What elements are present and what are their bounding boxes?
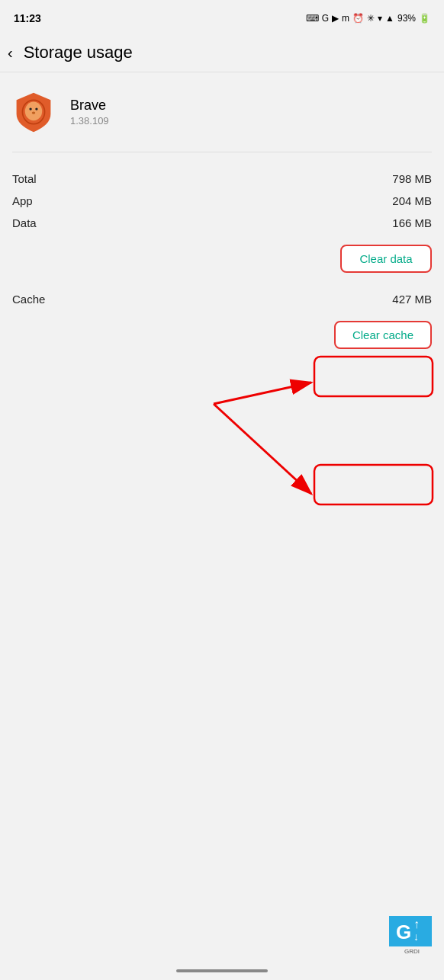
back-button[interactable]: ‹ <box>8 44 13 62</box>
content-area: Brave 1.38.109 Total 798 MB App 204 MB D… <box>0 72 444 349</box>
wifi-icon: ▾ <box>378 13 382 24</box>
app-row: App 204 MB <box>12 190 432 212</box>
cache-row: Cache 427 MB <box>12 288 432 310</box>
google-icon: G <box>322 13 329 24</box>
svg-rect-9 <box>314 465 433 504</box>
watermark-svg: G ↑ ↓ <box>392 918 429 945</box>
clear-data-button[interactable]: Clear data <box>340 245 432 273</box>
app-label: App <box>12 194 33 207</box>
total-row: Total 798 MB <box>12 168 432 190</box>
svg-point-1 <box>29 107 31 110</box>
cache-label: Cache <box>12 293 45 306</box>
app-name: Brave <box>70 98 109 114</box>
battery-icon: 🔋 <box>419 13 430 24</box>
notification-icon: ⏰ <box>352 13 364 24</box>
svg-line-6 <box>214 383 311 404</box>
app-version: 1.38.109 <box>70 115 109 127</box>
clear-cache-button[interactable]: Clear cache <box>334 321 432 349</box>
page-title: Storage usage <box>24 43 133 62</box>
battery-text: 93% <box>397 13 416 24</box>
app-value: 204 MB <box>392 194 432 207</box>
data-row: Data 166 MB <box>12 212 432 234</box>
stats-section: Total 798 MB App 204 MB Data 166 MB Clea… <box>12 152 432 273</box>
watermark-label: GRDI <box>389 948 435 955</box>
total-label: Total <box>12 172 37 185</box>
svg-text:G: G <box>396 921 411 943</box>
keyboard-icon: ⌨ <box>306 13 319 24</box>
top-bar: ‹ Storage usage <box>0 34 444 72</box>
clear-data-row: Clear data <box>12 234 432 273</box>
watermark: G ↑ ↓ GRDI <box>389 916 435 950</box>
svg-point-0 <box>25 102 42 121</box>
svg-point-2 <box>35 107 37 110</box>
data-label: Data <box>12 216 37 229</box>
bluetooth-icon: ✳ <box>367 13 375 24</box>
status-bar: 11:23 ⌨ G ▶ m ⏰ ✳ ▾ ▲ 93% 🔋 <box>0 0 444 34</box>
data-value: 166 MB <box>392 216 432 229</box>
home-indicator[interactable] <box>176 969 268 972</box>
svg-text:↓: ↓ <box>413 930 419 943</box>
app-info-row: Brave 1.38.109 <box>12 72 432 152</box>
svg-line-7 <box>214 404 311 494</box>
total-value: 798 MB <box>392 172 432 185</box>
watermark-box: G ↑ ↓ <box>389 916 432 946</box>
clear-cache-row: Clear cache <box>12 310 432 349</box>
brave-app-icon <box>12 91 55 133</box>
messages-icon: m <box>342 13 349 24</box>
signal-icon: ▲ <box>385 13 394 24</box>
status-time: 11:23 <box>14 12 41 24</box>
cache-section: Cache 427 MB Clear cache <box>12 273 432 349</box>
svg-point-3 <box>32 111 35 114</box>
svg-rect-8 <box>314 357 433 396</box>
status-icons: ⌨ G ▶ m ⏰ ✳ ▾ ▲ 93% 🔋 <box>306 13 430 24</box>
app-text-info: Brave 1.38.109 <box>70 98 109 127</box>
youtube-icon: ▶ <box>332 13 339 24</box>
cache-value: 427 MB <box>392 293 432 306</box>
svg-text:↑: ↑ <box>413 918 420 930</box>
